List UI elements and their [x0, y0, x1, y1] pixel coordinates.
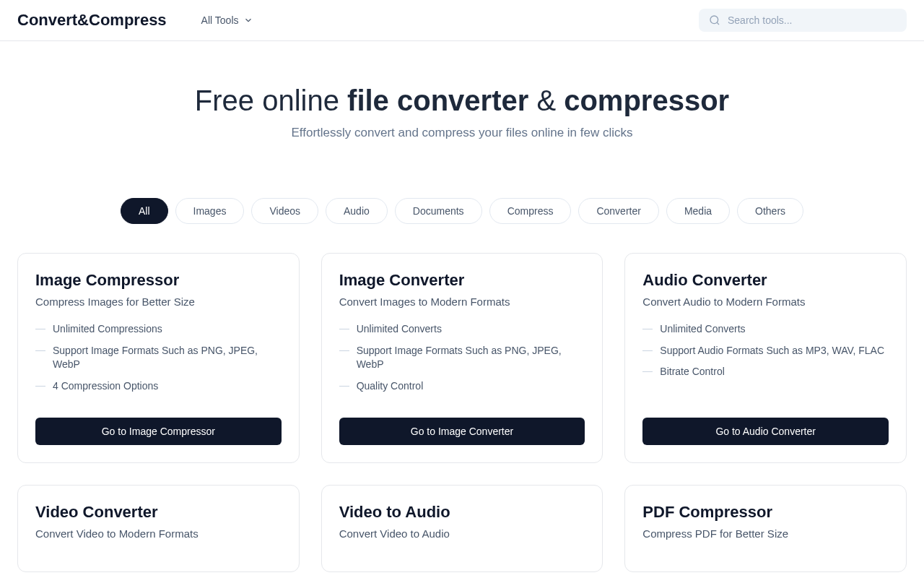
hero-title-mid: & [528, 85, 564, 116]
all-tools-label: All Tools [201, 14, 239, 26]
card-subtitle: Convert Images to Modern Formats [339, 296, 585, 308]
filter-images[interactable]: Images [175, 198, 245, 224]
filter-compress[interactable]: Compress [489, 198, 572, 224]
dash-icon [339, 350, 349, 351]
dash-icon [35, 350, 45, 351]
card-subtitle: Convert Video to Modern Formats [35, 527, 282, 540]
dash-icon [35, 386, 45, 387]
card-subtitle: Compress PDF for Better Size [642, 527, 889, 540]
feature-item: Support Image Formats Such as PNG, JPEG,… [339, 344, 585, 372]
feature-item: Unlimited Compressions [35, 322, 282, 337]
logo[interactable]: Convert&Compress [17, 11, 167, 30]
dash-icon [339, 329, 349, 329]
feature-text: Unlimited Converts [660, 322, 745, 337]
filter-all[interactable]: All [121, 198, 168, 224]
svg-line-1 [717, 22, 719, 25]
dash-icon [642, 371, 653, 372]
hero-title-strong1: file converter [347, 85, 528, 116]
chevron-down-icon [243, 15, 253, 25]
tool-card: PDF CompressorCompress PDF for Better Si… [624, 485, 907, 572]
filter-audio[interactable]: Audio [326, 198, 388, 224]
card-subtitle: Convert Video to Audio [339, 527, 585, 540]
feature-text: Support Audio Formats Such as MP3, WAV, … [660, 344, 884, 358]
search-wrapper [699, 9, 907, 32]
dash-icon [642, 350, 653, 351]
tool-card: Image ConverterConvert Images to Modern … [321, 253, 603, 463]
hero-title: Free online file converter & compressor [17, 85, 907, 117]
feature-text: Support Image Formats Such as PNG, JPEG,… [53, 344, 282, 372]
filter-others[interactable]: Others [737, 198, 803, 224]
dash-icon [339, 386, 349, 387]
card-title: Audio Converter [642, 271, 889, 290]
filter-media[interactable]: Media [666, 198, 730, 224]
feature-list: Unlimited CompressionsSupport Image Form… [35, 322, 282, 400]
card-subtitle: Convert Audio to Modern Formats [642, 296, 889, 308]
filter-tabs: AllImagesVideosAudioDocumentsCompressCon… [0, 169, 924, 253]
card-cta-button[interactable]: Go to Audio Converter [642, 418, 889, 445]
card-cta-button[interactable]: Go to Image Compressor [35, 418, 282, 445]
card-cta-button[interactable]: Go to Image Converter [339, 418, 585, 445]
feature-text: 4 Compression Options [53, 379, 158, 394]
feature-item: 4 Compression Options [35, 379, 282, 394]
tools-grid: Image CompressorCompress Images for Bett… [0, 253, 924, 578]
card-title: Image Converter [339, 271, 585, 290]
feature-text: Bitrate Control [660, 365, 724, 379]
feature-item: Bitrate Control [642, 365, 889, 379]
feature-text: Support Image Formats Such as PNG, JPEG,… [357, 344, 585, 372]
card-title: Image Compressor [35, 271, 282, 290]
feature-item: Support Audio Formats Such as MP3, WAV, … [642, 344, 889, 358]
filter-converter[interactable]: Converter [578, 198, 658, 224]
feature-item: Unlimited Converts [339, 322, 585, 337]
dash-icon [35, 329, 45, 329]
tool-card: Video to AudioConvert Video to Audio [321, 485, 603, 572]
feature-text: Quality Control [357, 379, 424, 394]
feature-item: Quality Control [339, 379, 585, 394]
filter-videos[interactable]: Videos [251, 198, 318, 224]
filter-documents[interactable]: Documents [395, 198, 482, 224]
feature-list: Unlimited ConvertsSupport Image Formats … [339, 322, 585, 400]
search-input[interactable] [699, 9, 907, 32]
card-title: Video Converter [35, 503, 282, 522]
hero: Free online file converter & compressor … [0, 41, 924, 169]
feature-text: Unlimited Compressions [53, 322, 162, 337]
hero-subtitle: Effortlessly convert and compress your f… [17, 126, 907, 140]
feature-item: Unlimited Converts [642, 322, 889, 337]
all-tools-dropdown[interactable]: All Tools [201, 14, 253, 26]
hero-title-strong2: compressor [564, 85, 729, 116]
card-subtitle: Compress Images for Better Size [35, 296, 282, 308]
feature-text: Unlimited Converts [357, 322, 442, 337]
card-title: Video to Audio [339, 503, 585, 522]
tool-card: Audio ConverterConvert Audio to Modern F… [624, 253, 907, 463]
header: Convert&Compress All Tools [0, 0, 924, 41]
card-title: PDF Compressor [642, 503, 889, 522]
dash-icon [642, 329, 653, 329]
feature-list: Unlimited ConvertsSupport Audio Formats … [642, 322, 889, 400]
tool-card: Image CompressorCompress Images for Bett… [17, 253, 300, 463]
feature-item: Support Image Formats Such as PNG, JPEG,… [35, 344, 282, 372]
hero-title-prefix: Free online [195, 85, 347, 116]
svg-point-0 [710, 16, 718, 24]
tool-card: Video ConverterConvert Video to Modern F… [17, 485, 300, 572]
search-icon [709, 14, 720, 26]
